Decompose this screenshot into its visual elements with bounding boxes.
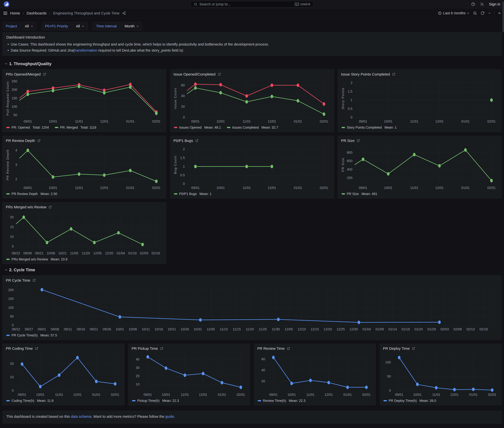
- chart-p0p1-bugs[interactable]: 00.511.5209/0110/0111/0112/0101/0102/01B…: [173, 144, 331, 191]
- chart-issue-opened-completed[interactable]: 020406009/0110/0111/0112/0101/0102/01Iss…: [173, 77, 331, 124]
- x-tick-label: 10/01: [36, 393, 44, 396]
- x-tick-label: 09/11: [64, 327, 72, 331]
- panel-title: PR Review Time: [257, 346, 285, 351]
- filter-value-dropdown[interactable]: Month: [121, 22, 142, 30]
- data-point: [117, 231, 120, 234]
- chart-svg: 23409/0110/0111/0112/0101/0102/01PR Revi…: [5, 144, 163, 191]
- scrollbar-thumb[interactable]: [503, 1, 504, 32]
- chart-pr-size[interactable]: 20040060080009/0110/0111/0112/0101/0102/…: [341, 144, 499, 191]
- x-tick-label: 01/01: [126, 120, 135, 123]
- filter-value-dropdown[interactable]: All: [73, 22, 87, 30]
- refresh-icon[interactable]: [481, 11, 485, 15]
- x-tick-label: 11/25: [259, 327, 267, 331]
- legend-series-name: PRs Merged w/o Review: [11, 257, 48, 261]
- hamburger-menu-icon[interactable]: [3, 11, 8, 15]
- share-dashboard-icon[interactable]: [122, 11, 126, 15]
- y-tick-label: 30: [136, 366, 139, 370]
- zoom-out-icon[interactable]: [473, 11, 477, 15]
- legend-item[interactable]: Pickup Time(h)Mean: 22.3: [132, 399, 179, 403]
- external-link-icon[interactable]: [287, 347, 290, 350]
- legend-item[interactable]: Issues OpenedMean: 48.1: [174, 126, 221, 130]
- external-link-icon[interactable]: [37, 139, 41, 142]
- y-axis-label: PR Size: [341, 158, 345, 172]
- x-tick-label: 12/05: [93, 251, 102, 255]
- legend-item[interactable]: PR Deploy Time(h)Mean: 26.0: [384, 399, 436, 403]
- external-link-icon[interactable]: [218, 73, 221, 76]
- section-header[interactable]: 2. Cycle Time: [5, 268, 499, 272]
- data-point: [78, 85, 80, 88]
- data-point: [129, 85, 132, 89]
- data-point: [435, 386, 437, 389]
- chart-legend: Issues OpenedMean: 48.1Issues CompletedM…: [173, 124, 331, 131]
- x-tick-label: 12/01: [325, 393, 333, 396]
- chart-issue-story-points[interactable]: 00.511.5209/0110/0111/0112/0101/0102/01S…: [341, 77, 499, 124]
- news-rss-icon[interactable]: [480, 2, 484, 6]
- external-link-icon[interactable]: [49, 206, 52, 209]
- panel-title: PR Coding Time: [6, 346, 33, 351]
- legend-item[interactable]: P0/P1 BugsMean: 1: [174, 192, 212, 196]
- search-input[interactable]: Search or jump to... cmd+k: [191, 1, 313, 7]
- chart-pr-pickup-time[interactable]: 1020304009/0110/0111/0112/0101/0102/01: [131, 351, 247, 398]
- breadcrumb-item-dashboards[interactable]: Dashboards: [26, 11, 47, 15]
- legend-item[interactable]: PR: OpenedTotal: 1204: [6, 126, 49, 130]
- chart-prs-opened-merged[interactable]: 5010015020025009/0110/0111/0112/0101/010…: [5, 77, 163, 124]
- legend-series-name: PR Review Depth: [11, 192, 38, 196]
- external-link-icon[interactable]: [160, 347, 163, 350]
- x-tick-label: 11/05: [70, 251, 78, 255]
- legend-series-name: PR: Opened: [11, 126, 30, 130]
- filter-value-dropdown[interactable]: All: [21, 22, 36, 30]
- chart-pr-deploy-time[interactable]: 05010009/0110/0111/0112/0101/0102/01: [383, 351, 499, 398]
- external-link-icon[interactable]: [35, 347, 38, 350]
- x-tick-label: 02/08: [453, 327, 462, 331]
- x-tick-label: 10/01: [49, 120, 57, 123]
- external-link-icon[interactable]: [392, 73, 395, 76]
- x-tick-label: 11/30: [272, 327, 280, 331]
- external-link-icon[interactable]: [33, 279, 36, 282]
- external-link-icon[interactable]: [195, 139, 198, 142]
- link-transformation[interactable]: transformation: [74, 48, 97, 52]
- legend-item[interactable]: PR: MergedTotal: 1116: [55, 126, 96, 130]
- panel-header: PR Cycle Time: [5, 278, 499, 283]
- time-range-picker[interactable]: Last 6 months: [438, 11, 469, 15]
- external-link-icon[interactable]: [357, 139, 360, 142]
- y-tick-label: 40: [261, 368, 265, 372]
- link-data-schema[interactable]: data schema: [71, 415, 91, 419]
- x-tick-label: 10/06: [47, 251, 55, 255]
- grafana-logo[interactable]: [4, 1, 9, 7]
- legend-item[interactable]: Review Time(h)Mean: 22.3: [258, 399, 306, 403]
- y-tick-label: 1.5: [348, 90, 352, 93]
- y-tick-label: 60: [181, 83, 185, 87]
- legend-item[interactable]: PR Review DepthMean: 2.50: [6, 192, 57, 196]
- x-tick-label: 01/01: [218, 393, 226, 396]
- data-point: [58, 373, 60, 377]
- external-link-icon[interactable]: [43, 73, 46, 76]
- chart-pr-cycle-time[interactable]: 05010015020008/2208/2709/0109/0609/1109/…: [5, 283, 499, 332]
- data-point: [165, 366, 167, 370]
- legend-item[interactable]: Issues CompletedMean: 32.7: [227, 126, 278, 130]
- y-tick-label: 10: [136, 382, 139, 386]
- y-tick-label: 150: [12, 96, 17, 100]
- legend-series-name: Coding Time(h): [11, 399, 34, 403]
- collapse-topbar-icon[interactable]: [498, 12, 501, 14]
- sign-in-link[interactable]: Sign in: [489, 2, 500, 6]
- dashboard-body: 1. Throughput/QualityPRs Opened/Merged50…: [2, 61, 502, 405]
- link-guide[interactable]: guide: [165, 415, 174, 419]
- chart-legend: PR Cycle Time(h)Mean: 57.5: [5, 332, 499, 338]
- breadcrumb-item-home[interactable]: Home: [10, 11, 20, 15]
- chart-prs-merged-wo-review[interactable]: 510152008/2209/0609/2110/0610/2111/0511/…: [5, 210, 163, 256]
- section-header[interactable]: 1. Throughput/Quality: [5, 61, 499, 66]
- chart-pr-review-depth[interactable]: 23409/0110/0111/0112/0101/0102/01PR Revi…: [5, 144, 163, 191]
- chart-pr-coding-time[interactable]: 0102009/0110/0111/0112/0101/0102/01: [5, 351, 122, 398]
- external-link-icon[interactable]: [412, 347, 415, 350]
- data-point: [272, 356, 275, 359]
- legend-item[interactable]: PR Cycle Time(h)Mean: 57.5: [6, 333, 57, 337]
- legend-item[interactable]: PRs Merged w/o ReviewMean: 10.9: [6, 257, 68, 261]
- refresh-interval-caret-icon[interactable]: [488, 12, 491, 14]
- help-icon[interactable]: [471, 2, 475, 6]
- chart-pr-review-time[interactable]: 20406009/0110/0111/0112/0101/0102/01: [257, 351, 373, 398]
- legend-item[interactable]: Coding Time(h)Mean: 11.8: [6, 399, 53, 403]
- x-tick-label: 09/01: [24, 120, 32, 123]
- legend-item[interactable]: PR SizeMean: 491: [342, 192, 377, 196]
- legend-item[interactable]: Story Points CompletedMean: 1: [342, 126, 397, 130]
- y-tick-label: 50: [13, 113, 17, 117]
